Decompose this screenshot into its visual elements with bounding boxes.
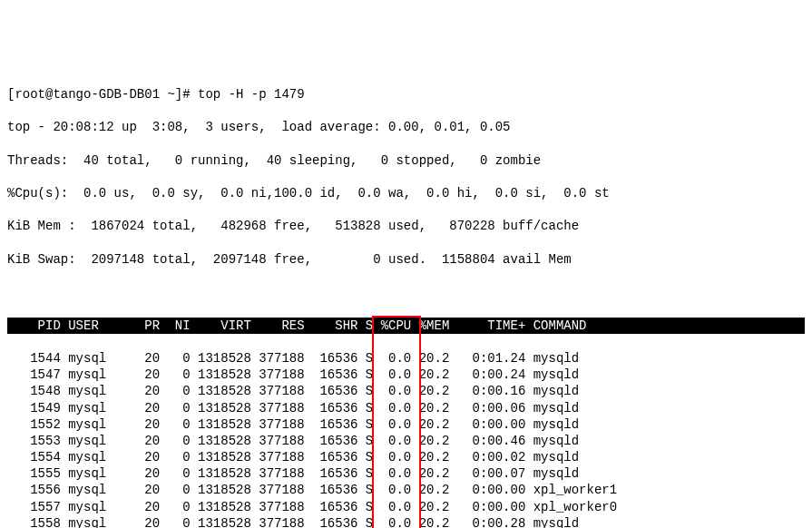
process-row: 1557 mysql 20 0 1318528 377188 16536 S 0…	[7, 499, 805, 515]
process-row: 1555 mysql 20 0 1318528 377188 16536 S 0…	[7, 465, 805, 482]
process-row: 1548 mysql 20 0 1318528 377188 16536 S 0…	[7, 383, 805, 399]
process-row: 1553 mysql 20 0 1318528 377188 16536 S 0…	[7, 433, 805, 449]
top-summary-mem: KiB Mem : 1867024 total, 482968 free, 51…	[7, 218, 805, 234]
process-table-header: PID USER PR NI VIRT RES SHR S %CPU %MEM …	[7, 318, 805, 334]
process-row: 1552 mysql 20 0 1318528 377188 16536 S 0…	[7, 416, 805, 433]
process-row: 1556 mysql 20 0 1318528 377188 16536 S 0…	[7, 482, 805, 498]
process-row: 1547 mysql 20 0 1318528 377188 16536 S 0…	[7, 367, 805, 383]
process-row: 1554 mysql 20 0 1318528 377188 16536 S 0…	[7, 449, 805, 465]
top-summary-swap: KiB Swap: 2097148 total, 2097148 free, 0…	[7, 251, 805, 268]
process-row: 1549 mysql 20 0 1318528 377188 16536 S 0…	[7, 400, 805, 416]
top-summary-cpu: %Cpu(s): 0.0 us, 0.0 sy, 0.0 ni,100.0 id…	[7, 185, 805, 201]
process-row: 1558 mysql 20 0 1318528 377188 16536 S 0…	[7, 515, 805, 528]
terminal-output: [root@tango-GDB-DB01 ~]# top -H -p 1479 …	[7, 70, 805, 528]
process-row: 1544 mysql 20 0 1318528 377188 16536 S 0…	[7, 350, 805, 367]
process-table-body: 1544 mysql 20 0 1318528 377188 16536 S 0…	[7, 350, 805, 528]
top-summary-threads: Threads: 40 total, 0 running, 40 sleepin…	[7, 152, 805, 169]
blank-line	[7, 284, 805, 300]
top-summary-uptime: top - 20:08:12 up 3:08, 3 users, load av…	[7, 119, 805, 135]
command-prompt: [root@tango-GDB-DB01 ~]# top -H -p 1479	[7, 86, 805, 103]
